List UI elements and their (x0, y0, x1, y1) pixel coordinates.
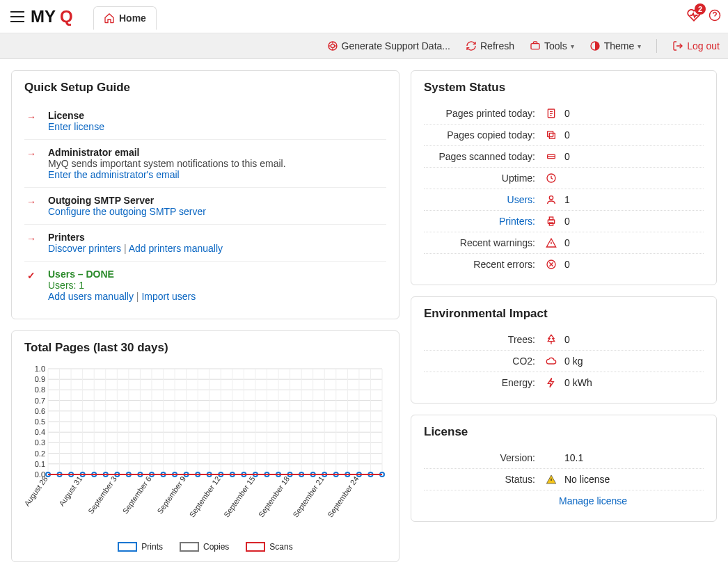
document-icon (544, 108, 559, 119)
svg-text:0.6: 0.6 (35, 407, 45, 415)
svg-rect-106 (549, 217, 553, 220)
svg-text:September 6: September 6 (121, 474, 153, 515)
setup-row-printers: → Printers Discover printers | Add print… (24, 225, 386, 262)
svg-text:0.4: 0.4 (35, 428, 45, 436)
svg-text:0.9: 0.9 (35, 375, 45, 383)
system-status-panel: System Status Pages printed today: 0 Pag… (411, 70, 717, 285)
environmental-impact-panel: Environmental Impact Trees: 0 CO2: 0 kg … (411, 296, 717, 404)
setup-row-users: ✓ Users – DONE Users: 1 Add users manual… (24, 262, 386, 309)
toolbar: Generate Support Data... Refresh Tools ▾… (0, 33, 728, 59)
arrow-right-icon: → (26, 111, 36, 132)
env-co2: CO2: 0 kg (424, 351, 704, 372)
user-icon (544, 194, 559, 205)
help-icon[interactable] (709, 9, 721, 24)
stat-pages-printed: Pages printed today: 0 (424, 103, 704, 125)
total-pages-chart: 0.00.10.20.30.40.50.60.70.80.91.0August … (24, 363, 386, 552)
topbar: MY Q Home 2 (0, 0, 728, 33)
tab-home-label: Home (119, 13, 146, 24)
cloud-icon (544, 356, 559, 367)
arrow-right-icon: → (26, 148, 36, 180)
svg-text:0.3: 0.3 (35, 438, 45, 447)
stat-pages-scanned: Pages scanned today: 0 (424, 146, 704, 168)
svg-text:MY: MY (31, 7, 56, 26)
quick-setup-panel: Quick Setup Guide → License Enter licens… (11, 70, 399, 319)
svg-text:Q: Q (60, 7, 73, 26)
svg-point-4 (331, 44, 334, 47)
configure-smtp-link[interactable]: Configure the outgoing SMTP server (48, 206, 206, 217)
license-panel: License Version: 10.1 Status: No license… (411, 415, 717, 522)
arrow-right-icon: → (26, 196, 36, 217)
setup-row-smtp: → Outgoing SMTP Server Configure the out… (24, 188, 386, 225)
svg-text:0.2: 0.2 (35, 449, 45, 458)
warning-icon (544, 237, 559, 248)
svg-point-104 (549, 196, 553, 200)
error-icon (544, 259, 559, 270)
svg-rect-5 (531, 44, 539, 49)
stat-users[interactable]: Users: 1 (424, 189, 704, 211)
total-pages-chart-panel: Total Pages (last 30 days) 0.00.10.20.30… (11, 330, 399, 562)
refresh-button[interactable]: Refresh (466, 39, 514, 53)
svg-text:1.0: 1.0 (35, 365, 45, 373)
copy-icon (544, 129, 559, 141)
svg-text:September 9: September 9 (155, 474, 187, 515)
chevron-down-icon: ▾ (638, 42, 641, 50)
import-users-link[interactable]: Import users (141, 291, 196, 302)
setup-row-license: → License Enter license (24, 103, 386, 140)
svg-text:September 21: September 21 (291, 474, 325, 518)
env-impact-title: Environmental Impact (424, 307, 704, 321)
printers-link[interactable]: Printers: (424, 216, 535, 227)
svg-text:0.1: 0.1 (35, 460, 45, 468)
license-manage: Manage license (424, 490, 704, 511)
logo: MY Q (31, 6, 86, 27)
stat-errors: Recent errors: 0 (424, 254, 704, 275)
clock-icon (544, 173, 559, 184)
stat-uptime: Uptime: (424, 168, 704, 189)
svg-text:September 12: September 12 (187, 474, 221, 518)
tree-icon (544, 334, 559, 345)
svg-text:August 28: August 28 (22, 474, 49, 507)
stat-pages-copied: Pages copied today: 0 (424, 125, 704, 146)
system-status-title: System Status (424, 81, 704, 95)
svg-rect-100 (549, 133, 555, 138)
stat-warnings: Recent warnings: 0 (424, 232, 704, 254)
svg-rect-101 (548, 131, 553, 137)
setup-row-admin-email: → Administrator email MyQ sends importan… (24, 140, 386, 188)
svg-text:September 3: September 3 (86, 474, 118, 515)
license-version: Version: 10.1 (424, 447, 704, 469)
health-status-icon[interactable]: 2 (686, 8, 702, 25)
tab-home[interactable]: Home (93, 6, 157, 30)
stat-printers[interactable]: Printers: 0 (424, 211, 704, 232)
chart-title: Total Pages (last 30 days) (24, 341, 386, 355)
enter-admin-email-link[interactable]: Enter the administrator's email (48, 169, 180, 180)
svg-text:August 31: August 31 (57, 474, 84, 507)
chevron-down-icon: ▾ (571, 42, 574, 50)
notification-badge: 2 (695, 3, 706, 15)
bolt-icon (544, 377, 559, 388)
logout-button[interactable]: Log out (672, 39, 720, 53)
hamburger-menu-button[interactable] (7, 6, 28, 27)
warning-icon (544, 474, 559, 485)
check-icon: ✓ (27, 270, 35, 302)
license-title: License (424, 425, 704, 439)
add-users-manually-link[interactable]: Add users manually (48, 291, 134, 302)
env-trees: Trees: 0 (424, 329, 704, 351)
env-energy: Energy: 0 kWh (424, 372, 704, 393)
svg-text:0.7: 0.7 (35, 397, 45, 405)
theme-menu-button[interactable]: Theme ▾ (589, 39, 642, 53)
printer-icon (544, 216, 559, 227)
svg-text:0.8: 0.8 (35, 385, 45, 394)
generate-support-data-button[interactable]: Generate Support Data... (327, 39, 450, 53)
discover-printers-link[interactable]: Discover printers (48, 243, 121, 254)
add-printers-manually-link[interactable]: Add printers manually (129, 243, 223, 254)
svg-text:September 24: September 24 (326, 474, 360, 518)
svg-text:September 15: September 15 (222, 474, 256, 518)
tools-menu-button[interactable]: Tools ▾ (530, 39, 574, 53)
manage-license-link[interactable]: Manage license (559, 495, 627, 506)
license-status: Status: No license (424, 469, 704, 490)
svg-text:September 18: September 18 (257, 474, 291, 518)
svg-text:0.5: 0.5 (35, 417, 45, 426)
users-link[interactable]: Users: (424, 194, 535, 205)
enter-license-link[interactable]: Enter license (48, 121, 104, 132)
arrow-right-icon: → (26, 233, 36, 254)
scan-icon (544, 151, 559, 162)
